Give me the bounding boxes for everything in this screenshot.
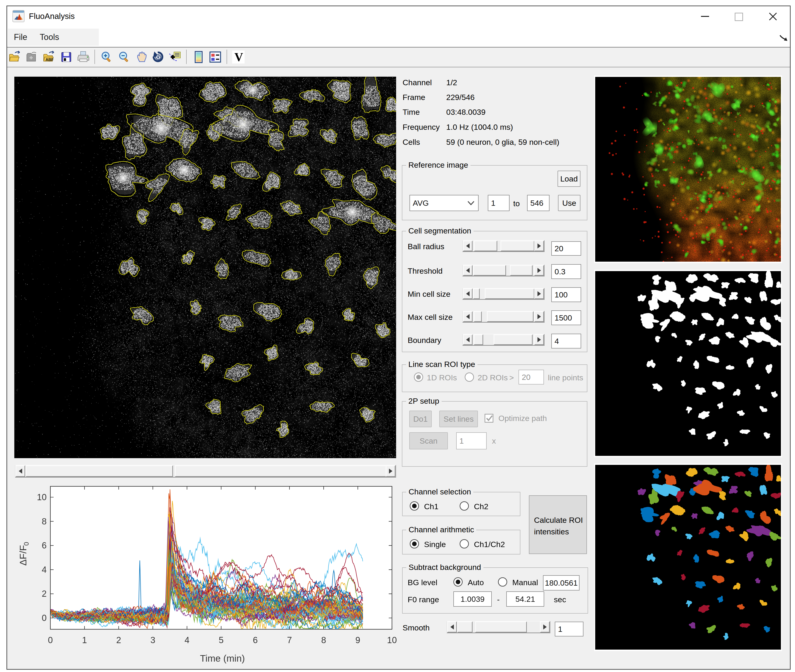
svg-text:V: V [234,51,243,64]
svg-text:ABF: ABF [45,58,54,62]
